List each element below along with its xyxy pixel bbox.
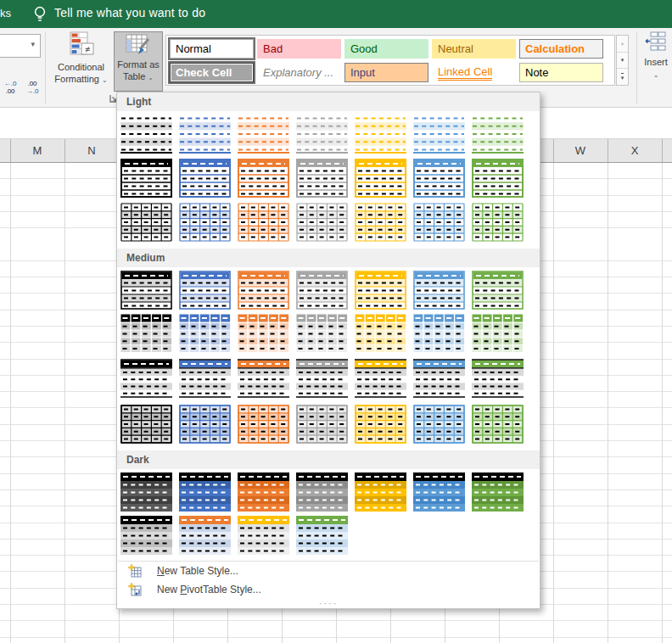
table-style-thumbnail-light-21[interactable] xyxy=(472,203,524,242)
cell-styles-gallery: NormalBadGoodNeutralCalculationCheck Cel… xyxy=(165,35,615,86)
number-format-combo[interactable]: ▾ xyxy=(0,34,41,58)
table-style-thumbnail-medium-19[interactable] xyxy=(355,359,406,398)
table-style-thumbnail-light-9[interactable] xyxy=(179,159,231,198)
table-style-thumbnail-medium-8[interactable] xyxy=(120,314,172,353)
table-style-thumbnail-light-19[interactable] xyxy=(355,203,406,242)
style-section-header-light: Light xyxy=(117,92,540,111)
table-style-thumbnail-medium-5[interactable] xyxy=(355,271,406,310)
table-style-thumbnail-light-5[interactable] xyxy=(355,115,406,154)
scroll-up-button[interactable]: ▴ xyxy=(617,36,628,53)
more-styles-icon: ▾ xyxy=(621,73,624,81)
table-style-thumbnail-dark-9[interactable] xyxy=(179,516,231,555)
gallery-more-button[interactable]: ▾ xyxy=(617,69,628,85)
table-style-thumbnail-light-20[interactable] xyxy=(413,203,465,242)
table-style-thumbnail-medium-10[interactable] xyxy=(238,314,289,353)
table-style-thumbnail-light-7[interactable] xyxy=(472,115,524,154)
cell-style-input[interactable]: Input xyxy=(344,63,428,82)
table-style-thumbnail-medium-26[interactable] xyxy=(355,405,406,444)
excel-window: ks Tell me what you want to do ▾ ←.0 .00… xyxy=(0,0,672,643)
new-pivottable-style-icon xyxy=(128,583,149,596)
cell-style-linked-cell[interactable]: Linked Cell xyxy=(432,63,516,82)
table-style-thumbnail-dark-6[interactable] xyxy=(413,472,465,512)
table-style-thumbnail-medium-2[interactable] xyxy=(179,271,231,310)
table-style-thumbnail-light-11[interactable] xyxy=(296,159,348,198)
cell-style-calculation[interactable]: Calculation xyxy=(519,39,603,59)
table-style-thumbnail-dark-10[interactable] xyxy=(238,516,289,555)
table-style-thumbnail-medium-9[interactable] xyxy=(179,314,231,353)
table-style-thumbnail-medium-16[interactable] xyxy=(179,359,231,398)
table-style-thumbnail-light-15[interactable] xyxy=(120,203,172,242)
table-style-thumbnail-medium-13[interactable] xyxy=(413,314,465,353)
column-header-N[interactable]: N xyxy=(64,139,119,162)
table-style-thumbnail-medium-11[interactable] xyxy=(296,314,348,353)
table-style-thumbnail-light-4[interactable] xyxy=(296,115,348,154)
table-style-thumbnail-medium-23[interactable] xyxy=(179,405,231,444)
table-style-thumbnail-light-3[interactable] xyxy=(238,115,289,154)
chevron-down-icon: ▾ xyxy=(31,40,35,48)
resize-grip[interactable]: ···· xyxy=(117,599,540,609)
ribbon-tab-partial-label[interactable]: ks xyxy=(0,7,11,20)
table-style-thumbnail-medium-22[interactable] xyxy=(120,405,172,444)
table-style-thumbnail-light-17[interactable] xyxy=(238,203,289,242)
table-style-thumbnail-light-12[interactable] xyxy=(355,159,406,198)
table-style-thumbnail-light-1[interactable] xyxy=(120,115,172,154)
table-style-thumbnail-light-8[interactable] xyxy=(120,159,172,198)
table-style-thumbnail-dark-4[interactable] xyxy=(296,472,348,512)
table-style-thumbnail-light-16[interactable] xyxy=(179,203,231,242)
table-style-thumbnail-medium-12[interactable] xyxy=(355,314,406,353)
table-style-thumbnail-medium-7[interactable] xyxy=(472,271,524,310)
table-style-thumbnail-medium-6[interactable] xyxy=(413,271,465,310)
cell-style-note[interactable]: Note xyxy=(519,63,603,82)
table-style-thumbnail-light-13[interactable] xyxy=(413,159,465,198)
cell-style-check-cell[interactable]: Check Cell xyxy=(170,63,254,82)
conditional-formatting-icon: ≠ xyxy=(68,31,95,59)
cell-style-normal[interactable]: Normal xyxy=(170,39,254,59)
table-style-thumbnail-dark-7[interactable] xyxy=(472,472,524,512)
table-style-thumbnail-dark-11[interactable] xyxy=(296,516,348,555)
table-style-thumbnail-light-14[interactable] xyxy=(472,159,524,198)
table-style-thumbnail-dark-8[interactable] xyxy=(120,516,172,555)
table-style-thumbnail-light-10[interactable] xyxy=(238,159,289,198)
column-header-W[interactable]: W xyxy=(553,139,608,162)
format-as-table-button[interactable]: Format as Table ⌄ xyxy=(114,31,163,92)
table-style-thumbnail-light-18[interactable] xyxy=(296,203,348,242)
tell-me-box[interactable]: Tell me what you want to do xyxy=(54,6,205,20)
cell-style-bad[interactable]: Bad xyxy=(257,39,341,59)
table-style-thumbnail-medium-28[interactable] xyxy=(472,405,524,444)
table-style-thumbnail-medium-25[interactable] xyxy=(296,405,348,444)
table-style-thumbnail-medium-1[interactable] xyxy=(120,271,172,310)
insert-button[interactable]: Insert ⌄ xyxy=(640,31,672,104)
column-header-M[interactable]: M xyxy=(10,139,64,162)
conditional-formatting-button[interactable]: ≠ Conditional Formatting ⌄ xyxy=(48,31,114,104)
new-pivottable-style-menu-item[interactable]: New PivotTable Style... xyxy=(117,580,540,599)
cell-style-neutral[interactable]: Neutral xyxy=(432,39,516,59)
table-style-thumbnail-medium-21[interactable] xyxy=(472,359,524,398)
increase-decimal-button[interactable]: ←.0 .00 xyxy=(0,77,20,98)
scroll-down-button[interactable]: ▾ xyxy=(617,53,628,70)
table-style-thumbnail-medium-3[interactable] xyxy=(238,271,289,310)
table-style-thumbnail-dark-1[interactable] xyxy=(120,472,172,512)
new-table-style-menu-item[interactable]: New Table Style... xyxy=(117,562,540,580)
table-style-thumbnail-medium-18[interactable] xyxy=(296,359,348,398)
table-style-thumbnail-light-6[interactable] xyxy=(413,115,465,154)
chevron-down-icon: ⌄ xyxy=(102,76,108,84)
table-style-thumbnail-medium-24[interactable] xyxy=(238,405,289,444)
cell-style-explanatory[interactable]: Explanatory ... xyxy=(257,63,341,82)
table-style-thumbnail-medium-15[interactable] xyxy=(120,359,172,398)
table-style-thumbnail-light-2[interactable] xyxy=(179,115,231,154)
table-style-thumbnail-dark-2[interactable] xyxy=(179,472,231,512)
cell-style-good[interactable]: Good xyxy=(344,39,428,59)
table-style-thumbnail-dark-3[interactable] xyxy=(238,472,289,512)
style-row xyxy=(120,472,540,512)
column-header-X[interactable]: X xyxy=(608,139,662,162)
table-style-thumbnail-medium-17[interactable] xyxy=(238,359,289,398)
style-row xyxy=(120,314,540,353)
table-style-thumbnail-medium-4[interactable] xyxy=(296,271,348,310)
group-divider xyxy=(45,31,46,103)
style-row xyxy=(120,159,540,198)
table-style-thumbnail-medium-20[interactable] xyxy=(413,359,465,398)
decrease-decimal-button[interactable]: .00 →.0 xyxy=(22,77,42,98)
table-style-thumbnail-dark-5[interactable] xyxy=(355,472,406,512)
table-style-thumbnail-medium-27[interactable] xyxy=(413,405,465,444)
table-style-thumbnail-medium-14[interactable] xyxy=(472,314,524,353)
